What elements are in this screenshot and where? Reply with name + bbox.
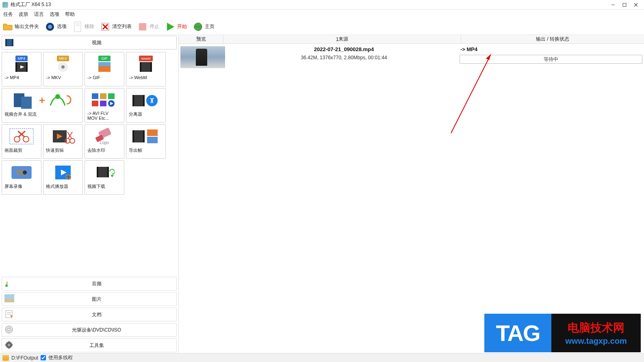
maximize-button[interactable]: [619, 1, 630, 9]
svg-rect-41: [92, 93, 98, 99]
main-area: 视频 MP4 -> MP4 MKV -> MKV GIF -> GIF WebM: [0, 35, 644, 353]
tile-export-frames[interactable]: 导出帧: [126, 124, 166, 159]
tools-category-icon: [4, 340, 14, 350]
merge-icon: +: [4, 90, 81, 110]
menubar: 任务 皮肤 语言 选项 帮助: [0, 10, 644, 19]
svg-rect-43: [108, 93, 115, 99]
svg-rect-68: [143, 130, 145, 142]
tile-player[interactable]: 格式播放器: [43, 160, 83, 195]
category-tools[interactable]: 工具集: [2, 338, 177, 352]
document-category-icon: [4, 310, 14, 319]
stop-button[interactable]: 停止: [137, 22, 159, 32]
video-tiles-grid: MP4 -> MP4 MKV -> MKV GIF -> GIF WebM ->…: [0, 50, 178, 276]
svg-rect-21: [15, 62, 17, 72]
svg-point-40: [55, 94, 60, 99]
statusbar-folder-icon[interactable]: [2, 355, 9, 361]
tile-remove-watermark[interactable]: Logo 去除水印: [85, 124, 124, 159]
svg-line-62: [67, 132, 72, 138]
task-list-body: 2022-07-21_090028.mp4 36.42M, 1376x770, …: [179, 44, 644, 353]
close-button[interactable]: [630, 1, 642, 9]
tile-screen-record[interactable]: 屏幕录像: [2, 160, 41, 195]
minimize-button[interactable]: [607, 1, 619, 9]
homepage-button[interactable]: 主页: [193, 22, 215, 32]
remove-icon: [72, 22, 83, 32]
svg-rect-77: [98, 167, 107, 177]
tile-merge[interactable]: + 视频合并 & 混流: [2, 88, 83, 123]
tile-mp4[interactable]: MP4 -> MP4: [2, 52, 41, 86]
tile-download[interactable]: 视频下载: [85, 160, 124, 195]
svg-text:MP4: MP4: [18, 56, 26, 60]
multithread-checkbox[interactable]: [41, 355, 46, 360]
tile-quick-cut[interactable]: 快速剪辑: [43, 124, 83, 159]
svg-rect-66: [134, 130, 143, 142]
svg-rect-1: [623, 3, 626, 6]
svg-rect-69: [147, 129, 158, 136]
svg-rect-48: [134, 95, 143, 106]
svg-point-60: [70, 138, 75, 143]
tile-crop[interactable]: 画面裁剪: [2, 124, 41, 159]
category-video[interactable]: 视频: [2, 36, 177, 50]
svg-rect-12: [139, 23, 146, 30]
crop-icon: [4, 126, 39, 147]
svg-rect-92: [9, 341, 9, 343]
svg-rect-50: [143, 95, 145, 106]
output-folder-button[interactable]: 输出文件夹: [2, 22, 39, 32]
category-disc[interactable]: 光驱设备\DVD\CD\ISO: [2, 323, 177, 337]
col-preview[interactable]: 预览: [179, 35, 223, 43]
svg-rect-34: [141, 62, 150, 72]
svg-rect-17: [12, 39, 13, 46]
statusbar: D:\FFOutput 使用多线程: [0, 353, 644, 362]
svg-text:GIF: GIF: [102, 56, 108, 60]
quick-cut-icon: [45, 126, 81, 147]
svg-rect-67: [132, 130, 134, 142]
tile-splitter[interactable]: 分离器: [126, 88, 166, 123]
svg-rect-22: [26, 62, 28, 72]
splitter-icon: [128, 90, 164, 110]
tile-gif[interactable]: GIF -> GIF: [85, 52, 124, 86]
clear-list-button[interactable]: 清空列表: [100, 22, 132, 32]
svg-rect-83: [4, 299, 14, 302]
category-audio[interactable]: 音频: [2, 277, 177, 291]
remove-button[interactable]: 移除: [72, 22, 94, 32]
menu-skin[interactable]: 皮肤: [19, 11, 28, 18]
folder-icon: [2, 22, 13, 32]
svg-text:WebM: WebM: [141, 57, 151, 60]
col-status[interactable]: 输出 / 转换状态: [461, 35, 644, 43]
webm-icon: WebM: [128, 54, 164, 74]
right-panel: 预览 1 来源 输出 / 转换状态 2022-07-21_090028.mp4 …: [179, 35, 644, 353]
svg-rect-38: [21, 97, 32, 109]
output-path[interactable]: D:\FFOutput: [11, 355, 38, 361]
menu-language[interactable]: 语言: [34, 11, 44, 18]
menu-task[interactable]: 任务: [3, 11, 13, 18]
window-title: 格式工厂 X64 5.13: [11, 1, 51, 8]
left-panel: 视频 MP4 -> MP4 MKV -> MKV GIF -> GIF WebM: [0, 35, 179, 353]
gif-icon: GIF: [87, 54, 122, 74]
audio-category-icon: [4, 279, 14, 289]
svg-rect-36: [150, 62, 152, 72]
watermark: TAG 电脑技术网 www.tagxp.com: [484, 314, 641, 352]
tile-avi-etc[interactable]: -> AVI FLV MOV Etc...: [85, 88, 124, 123]
task-row[interactable]: 2022-07-21_090028.mp4 36.42M, 1376x770, …: [179, 44, 644, 71]
svg-point-54: [23, 136, 29, 142]
stop-icon: [137, 22, 148, 32]
category-document[interactable]: 文档: [2, 308, 177, 321]
svg-text:MKV: MKV: [59, 56, 67, 60]
tile-mkv[interactable]: MKV -> MKV: [43, 52, 83, 86]
toolbar: 输出文件夹 选项 移除 清空列表 停止 开始 主页: [0, 19, 644, 35]
start-button[interactable]: 开始: [165, 22, 187, 32]
menu-options[interactable]: 选项: [50, 11, 59, 18]
clear-icon: [100, 22, 111, 32]
watermark-text: 电脑技术网 www.tagxp.com: [551, 314, 641, 352]
svg-rect-6: [74, 22, 81, 32]
options-button[interactable]: 选项: [45, 22, 67, 32]
task-progress[interactable]: 等待中: [460, 55, 642, 64]
task-meta: 36.42M, 1376x770, 2.80Mbps, 00:01:44: [301, 55, 387, 60]
mp4-icon: MP4: [4, 54, 39, 74]
col-source[interactable]: 1 来源: [223, 35, 461, 43]
frames-icon: [128, 126, 164, 147]
svg-rect-95: [11, 345, 13, 345]
category-image[interactable]: 图片: [2, 292, 177, 306]
menu-help[interactable]: 帮助: [65, 11, 75, 18]
tile-webm[interactable]: WebM -> WebM: [126, 52, 166, 86]
svg-rect-31: [98, 62, 111, 66]
